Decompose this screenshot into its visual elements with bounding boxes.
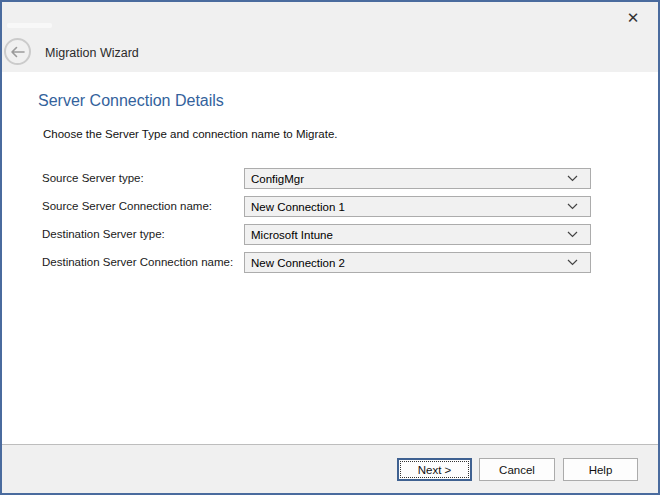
source-connection-name-label: Source Server Connection name:	[42, 196, 212, 217]
dropdown-selected-value: New Connection 2	[251, 257, 567, 269]
next-button[interactable]: Next >	[397, 458, 472, 481]
chevron-down-icon	[567, 259, 578, 266]
chevron-down-icon	[567, 231, 578, 238]
chevron-down-icon	[567, 175, 578, 182]
destination-server-type-dropdown[interactable]: Microsoft Intune	[244, 224, 591, 245]
dropdown-selected-value: Microsoft Intune	[251, 229, 567, 241]
chevron-down-icon	[567, 203, 578, 210]
help-button[interactable]: Help	[563, 458, 638, 481]
source-server-type-label: Source Server type:	[42, 168, 144, 189]
window-chrome: ✕ Migration Wizard	[2, 2, 658, 72]
page-title: Server Connection Details	[38, 92, 224, 110]
cancel-button[interactable]: Cancel	[479, 458, 555, 481]
migration-wizard-window: ✕ Migration Wizard Server Connection Det…	[0, 0, 660, 495]
destination-connection-name-dropdown[interactable]: New Connection 2	[244, 252, 591, 273]
close-button[interactable]: ✕	[620, 6, 646, 30]
back-button[interactable]	[4, 38, 31, 65]
wizard-title: Migration Wizard	[45, 46, 139, 60]
source-server-type-dropdown[interactable]: ConfigMgr	[244, 168, 591, 189]
destination-connection-name-label: Destination Server Connection name:	[42, 252, 233, 273]
footer: Next > Cancel Help	[2, 445, 658, 493]
source-connection-name-dropdown[interactable]: New Connection 1	[244, 196, 591, 217]
close-icon: ✕	[627, 9, 640, 27]
page-description: Choose the Server Type and connection na…	[43, 128, 338, 140]
arrow-left-icon	[10, 46, 25, 58]
destination-server-type-label: Destination Server type:	[42, 224, 165, 245]
dropdown-selected-value: New Connection 1	[251, 201, 567, 213]
dropdown-selected-value: ConfigMgr	[251, 173, 567, 185]
titlebar-highlight	[7, 23, 52, 28]
